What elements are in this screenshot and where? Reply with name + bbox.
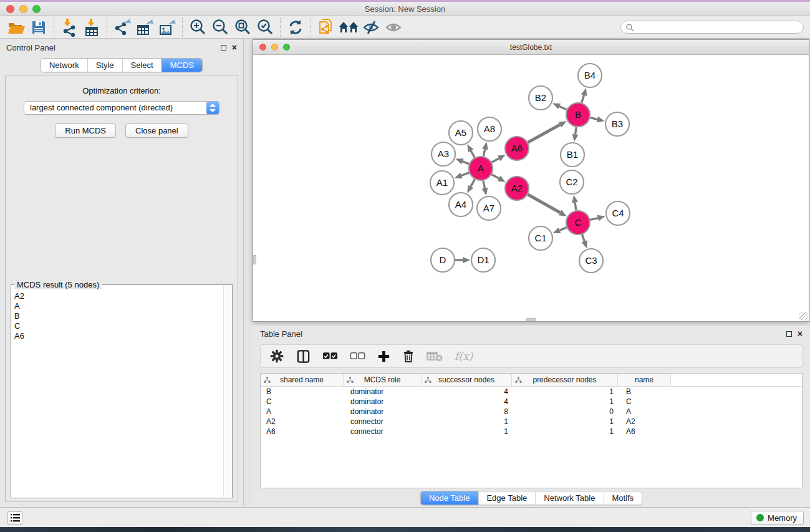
run-mcds-button[interactable]: Run MCDS [55, 123, 116, 138]
column-header-predecessor-nodes[interactable]: predecessor nodes [512, 374, 618, 386]
open-file-button[interactable] [5, 17, 27, 37]
table-row[interactable]: A6connector11A6 [261, 427, 802, 437]
close-panel-button[interactable]: Close panel [125, 123, 188, 138]
zoom-selected-button[interactable] [254, 17, 276, 37]
tab-network-table[interactable]: Network Table [535, 491, 603, 505]
export-network-button[interactable] [111, 17, 133, 37]
close-panel-icon[interactable]: × [232, 44, 237, 51]
graph-edge-A6-B[interactable] [528, 125, 561, 142]
column-header-successor-nodes[interactable]: successor nodes [422, 374, 512, 386]
mcds-result-item[interactable]: A2 [14, 291, 223, 301]
resize-grip[interactable] [799, 312, 808, 321]
add-column-button[interactable] [377, 350, 390, 363]
table-cell: 1 [512, 397, 618, 407]
table-cell: A6 [618, 427, 671, 437]
mcds-result-item[interactable]: C [14, 321, 223, 331]
graph-edge-A-A1[interactable] [461, 173, 469, 176]
table-settings-button[interactable] [269, 349, 284, 364]
table-cell: 8 [422, 407, 512, 417]
column-panel-button[interactable] [296, 349, 311, 364]
hide-selected-button[interactable] [360, 17, 382, 37]
search-field[interactable] [620, 21, 804, 34]
graph-edge-A-A8[interactable] [483, 149, 485, 156]
tab-style[interactable]: Style [87, 59, 122, 72]
export-image-button[interactable] [156, 17, 178, 37]
vertical-scroll-thumb[interactable] [253, 255, 256, 264]
zoom-fit-button[interactable] [231, 17, 254, 37]
graph-edge-A-A3[interactable] [463, 162, 470, 164]
tab-edge-table[interactable]: Edge Table [478, 491, 535, 505]
import-table-button[interactable] [80, 17, 103, 37]
tab-node-table[interactable]: Node Table [421, 491, 478, 505]
result-scrollbar[interactable] [223, 286, 231, 497]
zoom-in-button[interactable] [186, 17, 209, 37]
graph-edge-B-B2[interactable] [559, 107, 567, 110]
graph-edge-A2-C[interactable] [528, 195, 560, 213]
graph-node-label: A5 [455, 127, 466, 138]
optimization-criterion-select[interactable]: largest connected component (directed) [24, 101, 219, 115]
deselect-all-button[interactable] [350, 352, 365, 360]
task-history-button[interactable] [7, 511, 22, 525]
column-header-name[interactable]: name [618, 374, 671, 386]
graph-node-label: C [575, 217, 582, 228]
select-all-button[interactable] [322, 352, 338, 360]
tab-mcds[interactable]: MCDS [162, 59, 202, 72]
table-row[interactable]: A2connector11A2 [261, 417, 802, 427]
float-table-panel-icon[interactable] [786, 331, 792, 337]
graph-edge-A-A2[interactable] [492, 175, 499, 178]
first-neighbors-button[interactable] [337, 17, 360, 37]
delete-column-button[interactable] [402, 349, 415, 363]
mcds-result-item[interactable]: A6 [14, 331, 223, 341]
network-canvas[interactable]: A5A8A3A1A4A7AA6A2B2B4BB3B1C2CC4C1C3DD1 [253, 56, 809, 321]
export-table-icon [135, 18, 154, 37]
graph-edge-C-C3[interactable] [582, 235, 585, 241]
toolbar-separator [182, 18, 183, 37]
graph-edge-A-A5[interactable] [471, 151, 475, 158]
refresh-button[interactable] [284, 17, 307, 37]
float-panel-icon[interactable] [221, 45, 226, 51]
mcds-result-item[interactable]: A [14, 301, 223, 311]
memory-button[interactable]: Memory [751, 511, 804, 525]
zoom-out-button[interactable] [209, 17, 231, 37]
application-window: Session: New Session [0, 0, 810, 532]
graph-edge-A-A4[interactable] [471, 180, 475, 187]
graph-edge-B-B4[interactable] [582, 95, 584, 103]
show-all-button[interactable] [382, 17, 405, 37]
table-row[interactable]: Cdominator41C [261, 397, 802, 407]
graph-edge-C-C2[interactable] [575, 203, 576, 211]
function-builder-icon[interactable]: f(x) [455, 350, 473, 362]
export-table-button[interactable] [133, 17, 156, 37]
column-header-mcds-role[interactable]: MCDS role [344, 374, 422, 386]
graph-edge-B-B3[interactable] [590, 118, 597, 120]
save-session-button[interactable] [27, 17, 50, 37]
graph-edge-C-C1[interactable] [559, 228, 566, 231]
table-cell: A2 [618, 417, 671, 427]
table-row[interactable]: Adominator80A [261, 407, 802, 417]
column-header-shared-name[interactable]: shared name [261, 374, 344, 386]
graph-edge-A-A6[interactable] [492, 158, 499, 162]
tab-motifs[interactable]: Motifs [603, 491, 642, 505]
graph-node-label: A6 [511, 143, 523, 153]
table-cell: connector [344, 417, 422, 427]
tab-select[interactable]: Select [122, 59, 162, 72]
mcds-result-list[interactable]: A2ABCA6 [12, 286, 223, 497]
table-cell: dominator [344, 387, 422, 397]
graph-edge-B-B1[interactable] [576, 127, 577, 135]
table-row[interactable]: Bdominator41B [261, 387, 802, 397]
new-network-from-selection-button[interactable] [315, 17, 337, 37]
horizontal-scroll-thumb[interactable] [526, 318, 536, 321]
import-network-button[interactable] [58, 17, 80, 37]
graph-node-label: A3 [438, 148, 449, 159]
search-input[interactable] [637, 23, 803, 32]
destroy-table-button[interactable] [427, 351, 443, 362]
table-tabs: Node Table Edge Table Network Table Moti… [420, 491, 642, 505]
graph-node-label: B4 [584, 70, 595, 80]
mcds-result-item[interactable]: B [14, 311, 223, 321]
graph-edge-A-A7[interactable] [483, 181, 485, 188]
graph-node-label: A1 [436, 177, 448, 188]
graph-node-label: C3 [585, 255, 597, 266]
graph-edge-C-C4[interactable] [590, 218, 597, 220]
tab-network[interactable]: Network [41, 59, 87, 72]
unchecked-boxes-icon [350, 352, 365, 360]
close-table-panel-icon[interactable]: × [798, 331, 803, 337]
